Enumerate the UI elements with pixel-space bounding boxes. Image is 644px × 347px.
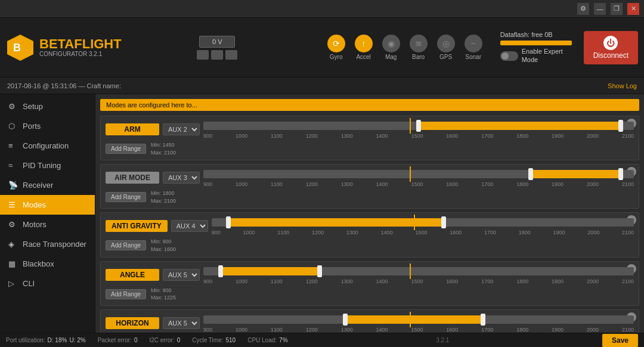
cycle-time-val: 510 <box>225 337 236 343</box>
slider-track[interactable] <box>203 168 634 180</box>
transponder-icon: ◈ <box>8 240 18 249</box>
add-range-button[interactable]: Add Range <box>106 240 146 250</box>
mode-row-anti-gravity: ✕ ANTI GRAVITY AUX 4 AUX 1 AUX 2 AUX 3 A… <box>100 212 639 257</box>
slider-track[interactable] <box>203 314 634 326</box>
tick-label: 2000 <box>587 327 599 333</box>
slider-handle-right[interactable] <box>441 216 446 228</box>
add-range-button[interactable]: Add Range <box>106 144 146 154</box>
sidebar-label-transponder: Race Transponder <box>23 240 86 249</box>
add-range-button[interactable]: Add Range <box>106 192 146 202</box>
slider-handle-left[interactable] <box>226 216 231 228</box>
expert-mode-toggle[interactable]: Enable Expert Mode <box>500 48 563 63</box>
maximize-button[interactable]: ❐ <box>611 3 623 15</box>
logo-area: B BETAFLIGHT CONFIGURATOR 3.2.1 <box>6 33 113 62</box>
tick-label: 1700 <box>481 133 493 139</box>
sidebar-item-receiver[interactable]: 📡 Receiver <box>0 175 95 195</box>
slider-handle-left[interactable] <box>528 168 533 180</box>
sonar-icon: ~ <box>465 35 482 52</box>
slider-handle-left[interactable] <box>416 120 421 132</box>
aux-select[interactable]: AUX 4 AUX 1 AUX 2 AUX 3 AUX 4 AUX 5 AUX … <box>171 220 208 232</box>
close-button[interactable]: ✕ <box>627 3 639 15</box>
packet-error-label: Packet error: <box>98 337 132 343</box>
tick-label: 2100 <box>622 278 634 284</box>
dataflash-text: Dataflash: free 0B <box>500 31 553 38</box>
tick-labels: 9001000110012001300140015001600170018001… <box>203 133 634 139</box>
minimize-button[interactable]: — <box>594 3 606 15</box>
aux-select[interactable]: AUX 2 AUX 1 AUX 2 AUX 3 AUX 4 AUX 5 AUX … <box>163 123 200 135</box>
sidebar-item-blackbox[interactable]: ▦ Blackbox <box>0 254 95 274</box>
sidebar-item-cli[interactable]: ▷ CLI <box>0 274 95 293</box>
sidebar-item-modes[interactable]: ☰ Modes <box>0 195 95 215</box>
titlebar: ⚙ — ❐ ✕ <box>0 0 644 18</box>
battery-indicator: 0 V <box>199 36 235 48</box>
sensor-accel: ↑ Accel <box>355 35 373 60</box>
tick-label: 1900 <box>552 327 564 333</box>
tick-label: 900 <box>212 230 221 236</box>
sidebar-item-ports[interactable]: ⬡ Ports <box>0 116 95 136</box>
range-minmax: Min: 900Max: 1600 <box>151 238 176 253</box>
slider-handle-left[interactable] <box>218 265 223 277</box>
slider-fill <box>531 170 621 178</box>
tick-label: 1900 <box>552 181 564 187</box>
motors-icon: ⚙ <box>8 220 18 229</box>
slider-handle-right[interactable] <box>317 265 322 277</box>
tick-labels: 9001000110012001300140015001600170018001… <box>203 181 634 187</box>
tick-label: 900 <box>203 327 212 333</box>
tick-label: 1000 <box>236 327 247 333</box>
slider-handle-right[interactable] <box>618 168 623 180</box>
aux-select[interactable]: AUX 3 AUX 1 AUX 2 AUX 3 AUX 4 AUX 5 AUX … <box>163 172 200 184</box>
slider-handle-right[interactable] <box>618 120 623 132</box>
sidebar-label-setup: Setup <box>23 102 43 111</box>
add-range-button[interactable]: Add Range <box>106 289 146 299</box>
aux-select[interactable]: AUX 5 AUX 1 AUX 2 AUX 3 AUX 4 AUX 5 AUX … <box>163 269 200 281</box>
sensor-mag: ◉ Mag <box>382 35 400 60</box>
logo-icon: B <box>6 33 35 62</box>
slider-handle-right[interactable] <box>481 314 485 326</box>
sidebar-item-race-transponder[interactable]: ◈ Race Transponder <box>0 234 95 254</box>
slider-fill <box>228 218 444 227</box>
mode-label: HORIZON <box>106 317 159 329</box>
tick-label: 1200 <box>312 230 324 236</box>
version-label: 3.2.1 <box>436 337 449 343</box>
main-layout: ⚙ Setup ⬡ Ports ≡ Configuration ≈ PID Tu… <box>0 94 644 333</box>
slider-track[interactable] <box>212 216 634 228</box>
tick-label: 1300 <box>341 327 353 333</box>
tick-label: 1200 <box>306 133 318 139</box>
tick-label: 900 <box>203 278 212 284</box>
tick-label: 1400 <box>376 327 388 333</box>
mode-label: ANGLE <box>106 269 159 281</box>
gear-button[interactable]: ⚙ <box>577 3 589 15</box>
tick-label: 1500 <box>411 181 423 187</box>
mode-label: ANTI GRAVITY <box>106 220 168 232</box>
slider-container: 9001000110012001300140015001600170018001… <box>203 265 634 284</box>
aux-select[interactable]: AUX 5 AUX 1 AUX 2 AUX 3 AUX 4 AUX 5 AUX … <box>163 317 200 329</box>
slider-track[interactable] <box>203 120 634 132</box>
tick-label: 1600 <box>446 327 458 333</box>
tick-label: 1600 <box>446 133 458 139</box>
range-minmax: Min: 1800Max: 2100 <box>151 190 176 205</box>
tick-label: 1200 <box>306 181 318 187</box>
sidebar-item-pid-tuning[interactable]: ≈ PID Tuning <box>0 156 95 175</box>
slider-track[interactable] <box>203 265 634 277</box>
tick-label: 1700 <box>481 327 493 333</box>
tick-label: 1400 <box>376 278 388 284</box>
expert-toggle-switch[interactable] <box>500 51 518 61</box>
tick-label: 1500 <box>411 133 423 139</box>
save-button[interactable]: Save <box>602 334 638 347</box>
sidebar-item-configuration[interactable]: ≡ Configuration <box>0 136 95 156</box>
notice-bar: Modes are configured here to... <box>100 99 639 111</box>
craft-bar: 2017-08-16 @ 15:31:06 — Craft name: Show… <box>0 78 644 94</box>
tick-label: 1000 <box>236 133 247 139</box>
craft-info: 2017-08-16 @ 15:31:06 — Craft name: <box>7 82 121 89</box>
mode-row-air-mode: ✕ AIR MODE AUX 3 AUX 1 AUX 2 AUX 3 AUX 4… <box>100 164 639 209</box>
disconnect-button[interactable]: ⏻ Disconnect <box>584 31 638 64</box>
modes-container: ✕ ARM AUX 2 AUX 1 AUX 2 AUX 3 AUX 4 AUX … <box>100 116 639 333</box>
i2c-error: I2C error: 0 <box>149 337 180 343</box>
tick-label: 1500 <box>411 327 423 333</box>
sidebar-item-setup[interactable]: ⚙ Setup <box>0 97 95 116</box>
slider-handle-left[interactable] <box>343 314 348 326</box>
show-log-link[interactable]: Show Log <box>608 82 637 89</box>
cli-icon: ▷ <box>8 279 18 288</box>
sidebar-item-motors[interactable]: ⚙ Motors <box>0 215 95 234</box>
dataflash-bar <box>500 41 572 45</box>
